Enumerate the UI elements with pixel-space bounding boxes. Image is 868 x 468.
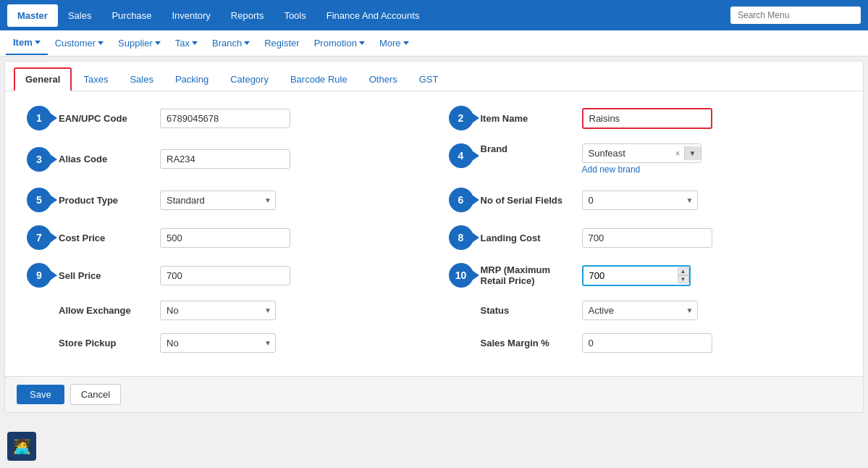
chevron-down-icon [98,41,104,45]
secondnav-register[interactable]: Register [257,32,306,54]
allow-exchange-select[interactable]: No Yes [160,301,276,320]
mrp-input[interactable] [582,265,691,286]
tab-packing[interactable]: Packing [165,69,219,90]
allow-exchange-select-wrapper: No Yes ▼ [160,301,276,320]
status-label: Status [481,305,575,316]
cost-price-label: Cost Price [59,233,153,243]
step-4-badge: 4 [449,143,473,168]
landing-cost-input[interactable] [582,228,712,248]
tab-general[interactable]: General [14,67,72,91]
product-type-select-wrapper: Standard ▼ [160,191,276,210]
mrp-spinner: ▲ ▼ [678,267,689,283]
allow-exchange-label: Allow Exchange [59,305,153,316]
cost-price-row: 7 Cost Price [27,225,420,250]
brand-label: Brand [481,143,575,154]
ean-row: 1 EAN/UPC Code [27,106,420,130]
top-nav: Master Sales Purchase Inventory Reports … [0,0,868,30]
sell-price-label: Sell Price [59,270,153,281]
sell-price-row: 9 Sell Price [27,263,420,288]
form-grid: 1 EAN/UPC Code 2 Item Name 3 Alias Code … [27,106,841,353]
secondnav-item[interactable]: Item [6,31,48,55]
nav-reports[interactable]: Reports [221,4,274,27]
secondnav-tax[interactable]: Tax [168,32,205,54]
search-input[interactable] [730,7,861,24]
nav-purchase[interactable]: Purchase [101,4,161,27]
secondnav-more[interactable]: More [372,32,416,54]
sales-margin-input[interactable] [582,333,712,353]
mrp-decrement-button[interactable]: ▼ [678,275,689,283]
product-type-row: 5 Product Type Standard ▼ [27,188,420,212]
form-area: 1 EAN/UPC Code 2 Item Name 3 Alias Code … [5,91,863,367]
status-row: Status Active Inactive ▼ [449,301,842,320]
step-1-badge: 1 [27,106,51,130]
sell-price-input[interactable] [160,266,290,285]
status-select-wrapper: Active Inactive ▼ [582,301,698,320]
brand-dropdown-button[interactable]: ▼ [684,146,701,160]
chevron-down-icon [244,41,250,45]
serial-fields-row: 6 No of Serial Fields 0 ▼ [449,188,842,212]
nav-inventory[interactable]: Inventory [161,4,220,27]
product-type-label: Product Type [59,195,153,206]
tab-category[interactable]: Category [220,69,279,90]
allow-exchange-row: Allow Exchange No Yes ▼ [27,301,420,320]
tab-gst[interactable]: GST [409,69,449,90]
step-6-badge: 6 [449,188,473,212]
mrp-input-wrapper: ▲ ▼ [582,265,691,286]
store-pickup-row: Store Pickup No Yes ▼ [27,333,420,353]
second-nav: Item Customer Supplier Tax Branch Regist… [0,30,868,57]
step-3-badge: 3 [27,147,51,172]
product-type-select[interactable]: Standard [160,191,276,210]
mrp-label: MRP (Maximum Retail Price) [481,264,575,286]
status-select[interactable]: Active Inactive [582,301,698,320]
cost-price-input[interactable] [160,228,290,248]
secondnav-branch[interactable]: Branch [205,32,257,54]
nav-finance[interactable]: Finance And Accounts [316,4,430,27]
chevron-down-icon [155,41,161,45]
bottom-bar: Save Cancel [5,376,863,412]
step-7-badge: 7 [27,225,51,250]
step-2-badge: 2 [449,106,473,130]
sales-margin-label: Sales Margin % [481,338,575,348]
serial-fields-select-wrapper: 0 ▼ [582,191,698,210]
secondnav-supplier[interactable]: Supplier [111,32,168,54]
secondnav-customer[interactable]: Customer [48,32,111,54]
chevron-down-icon [403,41,409,45]
alias-row: 3 Alias Code [27,143,420,175]
alias-input[interactable] [160,149,290,169]
tab-barcode-rule[interactable]: Barcode Rule [280,69,358,90]
tab-others[interactable]: Others [359,69,408,90]
ean-input[interactable] [160,109,290,128]
mrp-row: 10 MRP (Maximum Retail Price) ▲ ▼ [449,263,842,288]
chevron-down-icon [192,41,198,45]
brand-clear-button[interactable]: × [672,146,684,162]
content-area: General Taxes Sales Packing Category Bar… [4,61,864,413]
step-10-badge: 10 [449,263,473,288]
sales-margin-row: Sales Margin % [449,333,842,353]
tab-sales[interactable]: Sales [119,69,164,90]
tab-bar: General Taxes Sales Packing Category Bar… [5,62,863,91]
item-name-input[interactable] [582,108,712,129]
cancel-button[interactable]: Cancel [70,384,121,405]
serial-fields-select[interactable]: 0 [582,191,698,210]
nav-master[interactable]: Master [7,4,58,27]
item-name-row: 2 Item Name [449,106,842,130]
secondnav-promotion[interactable]: Promotion [307,32,372,54]
brand-value: Sunfeast [583,144,672,162]
add-new-brand-link[interactable]: Add new brand [582,164,701,175]
item-name-label: Item Name [481,113,575,124]
save-button[interactable]: Save [17,385,64,404]
step-5-badge: 5 [27,188,51,212]
store-pickup-select-wrapper: No Yes ▼ [160,333,276,353]
chevron-down-icon [359,41,365,45]
ean-label: EAN/UPC Code [59,113,153,124]
store-pickup-label: Store Pickup [59,338,153,348]
alias-label: Alias Code [59,154,153,164]
nav-tools[interactable]: Tools [274,4,316,27]
serial-fields-label: No of Serial Fields [481,195,575,206]
mrp-increment-button[interactable]: ▲ [678,267,689,275]
nav-sales[interactable]: Sales [58,4,102,27]
secondnav-label: Item [13,37,33,48]
tab-taxes[interactable]: Taxes [73,69,118,90]
landing-cost-row: 8 Landing Cost [449,225,842,250]
store-pickup-select[interactable]: No Yes [160,333,276,353]
